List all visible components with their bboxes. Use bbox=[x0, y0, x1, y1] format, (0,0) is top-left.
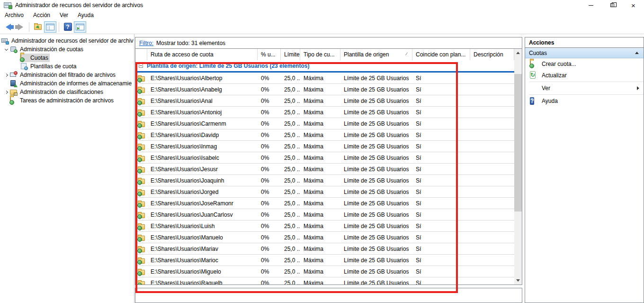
tree-item[interactable]: Cuotas bbox=[0, 54, 134, 62]
cell-path: E:\Shares\Usuarios\Miguelo bbox=[147, 266, 258, 277]
table-row[interactable]: E:\Shares\Usuarios\Jesusr0%25,0 ...Máxim… bbox=[135, 164, 514, 175]
minimize-button[interactable] bbox=[580, 0, 601, 10]
table-row[interactable]: E:\Shares\Usuarios\JoseRamonr0%25,0 ...M… bbox=[135, 198, 514, 209]
show-action-pane-button[interactable] bbox=[74, 21, 86, 33]
group-collapse-icon[interactable] bbox=[139, 64, 143, 68]
show-console-tree-button[interactable] bbox=[44, 21, 56, 33]
cell-template: Límite de 25 GB Usuarios bbox=[340, 243, 412, 255]
table-row[interactable]: E:\Shares\Usuarios\Anabelg0%25,0 ...Máxi… bbox=[135, 84, 514, 95]
classification-icon bbox=[10, 88, 18, 96]
column-header-matches[interactable]: Coincide con plan... bbox=[412, 49, 470, 60]
table-row[interactable]: E:\Shares\Usuarios\Davidp0%25,0 ...Máxim… bbox=[135, 129, 514, 141]
scroll-down-button[interactable] bbox=[514, 276, 522, 285]
cell-usage: 0% bbox=[258, 232, 281, 243]
quota-list: E:\Shares\Usuarios\Albertop0%25,0 ...Máx… bbox=[135, 73, 514, 285]
column-header-icon[interactable] bbox=[135, 49, 147, 60]
cell-path: E:\Shares\Usuarios\Antonioj bbox=[147, 107, 258, 118]
filter-link[interactable]: Filtro: bbox=[139, 40, 153, 46]
cell-type: Máxima bbox=[300, 118, 340, 129]
tree-item[interactable]: Administrador de recursos del servidor d… bbox=[0, 37, 134, 45]
cell-template: Límite de 25 GB Usuarios bbox=[340, 232, 412, 243]
tree-expander[interactable] bbox=[3, 91, 9, 93]
table-row[interactable]: E:\Shares\Usuarios\Carmenm0%25,0 ...Máxi… bbox=[135, 118, 514, 129]
table-row[interactable]: E:\Shares\Usuarios\Marioc0%25,0 ...Máxim… bbox=[135, 255, 514, 266]
action-crear-cuota[interactable]: Crear cuota... bbox=[525, 58, 644, 70]
cell-description bbox=[470, 118, 514, 129]
table-row[interactable]: E:\Shares\Usuarios\Albertop0%25,0 ...Máx… bbox=[135, 73, 514, 84]
column-header-usage[interactable]: % u... bbox=[258, 49, 281, 60]
column-header-limit[interactable]: Límite bbox=[281, 49, 300, 60]
menu-item-ver[interactable]: Ver bbox=[55, 11, 73, 19]
export-list-button[interactable] bbox=[32, 21, 44, 33]
tree-item[interactable]: Administración de informes de almacenami… bbox=[0, 79, 134, 88]
cell-type: Máxima bbox=[300, 84, 340, 95]
quota-icon-cell bbox=[135, 186, 147, 198]
quota-folder-icon bbox=[138, 76, 145, 82]
tree-item[interactable]: Plantillas de cuota bbox=[0, 62, 134, 71]
table-row[interactable]: E:\Shares\Usuarios\Luish0%25,0 ...Máxima… bbox=[135, 220, 514, 232]
vertical-scrollbar[interactable] bbox=[514, 49, 522, 285]
cell-description bbox=[470, 198, 514, 209]
cell-description bbox=[470, 152, 514, 164]
table-row[interactable]: E:\Shares\Usuarios\Miguelo0%25,0 ...Máxi… bbox=[135, 266, 514, 277]
cell-type: Máxima bbox=[300, 107, 340, 118]
cell-description bbox=[470, 84, 514, 95]
column-header-template[interactable]: Plantilla de origen bbox=[340, 49, 412, 60]
action-ver[interactable]: Ver bbox=[525, 83, 644, 94]
table-row[interactable]: E:\Shares\Usuarios\Isabelc0%25,0 ...Máxi… bbox=[135, 152, 514, 164]
cell-limit: 25,0 ... bbox=[281, 175, 300, 186]
menu-item-acción[interactable]: Acción bbox=[28, 11, 55, 19]
cell-type: Máxima bbox=[300, 186, 340, 198]
cell-path: E:\Shares\Usuarios\JoseRamonr bbox=[147, 198, 258, 209]
quota-folder-icon bbox=[138, 247, 145, 252]
tree-expander[interactable] bbox=[3, 74, 9, 76]
quota-icon-cell bbox=[135, 175, 147, 186]
table-row[interactable]: E:\Shares\Usuarios\Mariav0%25,0 ...Máxim… bbox=[135, 243, 514, 255]
cell-type: Máxima bbox=[300, 255, 340, 266]
tree-expander[interactable] bbox=[3, 49, 9, 50]
cell-matches: Sí bbox=[412, 152, 470, 164]
table-row[interactable]: E:\Shares\Usuarios\Anal0%25,0 ...MáximaL… bbox=[135, 95, 514, 107]
cell-type: Máxima bbox=[300, 266, 340, 277]
scroll-up-button[interactable] bbox=[514, 49, 522, 57]
tree-item[interactable]: Administración de clasificaciones bbox=[0, 88, 134, 96]
sort-indicator-icon bbox=[405, 52, 408, 55]
cell-description bbox=[470, 277, 514, 285]
cell-template: Límite de 25 GB Usuarios bbox=[340, 277, 412, 285]
menu-item-ayuda[interactable]: Ayuda bbox=[73, 11, 98, 19]
column-header-type[interactable]: Tipo de cu... bbox=[300, 49, 340, 60]
cell-template: Límite de 25 GB Usuarios bbox=[340, 118, 412, 129]
cell-limit: 25,0 ... bbox=[281, 232, 300, 243]
collapse-section-icon[interactable] bbox=[635, 52, 639, 54]
toolbar: ? bbox=[0, 20, 644, 34]
tree-item-label: Administración del filtrado de archivos bbox=[20, 72, 116, 78]
back-button[interactable] bbox=[2, 21, 14, 33]
cell-matches: Sí bbox=[412, 243, 470, 255]
group-header-row[interactable]: Plantilla de origen: Límite de 25 GB Usu… bbox=[135, 60, 514, 73]
tree-item[interactable]: Administración del filtrado de archivos bbox=[0, 71, 134, 79]
close-button[interactable]: × bbox=[623, 0, 644, 10]
tree-item[interactable]: Tareas de administración de archivos bbox=[0, 96, 134, 105]
forward-button[interactable] bbox=[14, 21, 27, 33]
cell-matches: Sí bbox=[412, 198, 470, 209]
scrollbar-thumb[interactable] bbox=[514, 74, 522, 211]
table-row[interactable]: E:\Shares\Usuarios\Jorged0%25,0 ...Máxim… bbox=[135, 186, 514, 198]
table-row[interactable]: E:\Shares\Usuarios\Antonioj0%25,0 ...Máx… bbox=[135, 107, 514, 118]
cell-template: Límite de 25 GB Usuarios bbox=[340, 107, 412, 118]
column-header-path[interactable]: Ruta de acceso de cuota bbox=[147, 49, 258, 60]
table-row[interactable]: E:\Shares\Usuarios\Joaquinh0%25,0 ...Máx… bbox=[135, 175, 514, 186]
menu-item-archivo[interactable]: Archivo bbox=[0, 11, 28, 19]
tree-item-label: Administración de informes de almacenami… bbox=[20, 80, 132, 87]
table-row[interactable]: E:\Shares\Usuarios\JuanCarlosv0%25,0 ...… bbox=[135, 209, 514, 220]
table-row[interactable]: E:\Shares\Usuarios\Raquelb0%25,0 ...Máxi… bbox=[135, 277, 514, 285]
quota-mgmt-icon bbox=[10, 46, 18, 53]
cell-limit: 25,0 ... bbox=[281, 198, 300, 209]
help-toolbar-button[interactable]: ? bbox=[62, 21, 74, 33]
actions-section-header[interactable]: Cuotas bbox=[525, 48, 644, 58]
column-header-description[interactable]: Descripción bbox=[470, 49, 514, 60]
table-row[interactable]: E:\Shares\Usuarios\Manuelo0%25,0 ...Máxi… bbox=[135, 232, 514, 243]
action-ayuda[interactable]: ? Ayuda bbox=[525, 95, 644, 107]
restore-button[interactable] bbox=[601, 0, 623, 10]
table-row[interactable]: E:\Shares\Usuarios\Inmag0%25,0 ...Máxima… bbox=[135, 141, 514, 152]
action-actualizar[interactable]: Actualizar bbox=[525, 70, 644, 81]
